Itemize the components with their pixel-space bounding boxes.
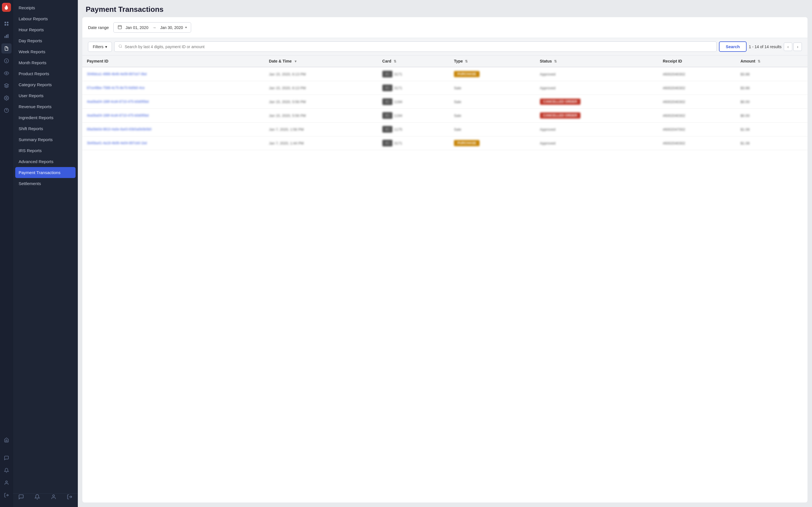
transactions-table: Payment ID Date & Time ▼ Card ⇅ Type ⇅ bbox=[82, 55, 808, 150]
col-type[interactable]: Type ⇅ bbox=[449, 55, 536, 67]
store-icon-nav[interactable] bbox=[1, 435, 11, 445]
content-area: Date range Jan 01, 2020 → Jan 30, 2020 ▾… bbox=[82, 17, 808, 503]
search-bar: Filters ▾ Search 1 - 14 of 14 results ‹ … bbox=[82, 38, 808, 55]
svg-text:$: $ bbox=[6, 60, 7, 62]
reports-icon-nav[interactable] bbox=[1, 43, 11, 54]
cell-payment-id: 4ea0ba04-188f-4cd4-8710-475-b0d0f0bd bbox=[82, 95, 264, 109]
app-logo[interactable] bbox=[2, 3, 11, 12]
bell-icon-bottom[interactable] bbox=[1, 465, 11, 475]
search-input-wrap bbox=[114, 41, 717, 52]
nav-item-category-reports[interactable]: Category Reports bbox=[13, 79, 78, 90]
svg-rect-0 bbox=[4, 22, 6, 23]
cell-status: Approved bbox=[536, 136, 658, 150]
cell-card: 3171 bbox=[378, 136, 449, 150]
dashboard-icon-nav[interactable] bbox=[1, 18, 11, 29]
nav-item-shift-reports[interactable]: Shift Reports bbox=[13, 123, 78, 134]
icon-sidebar: $ bbox=[0, 0, 13, 507]
nav-item-receipts[interactable]: Receipts bbox=[13, 2, 78, 13]
nav-item-month-reports[interactable]: Month Reports bbox=[13, 57, 78, 68]
date-range-picker[interactable]: Jan 01, 2020 → Jan 30, 2020 ▾ bbox=[113, 22, 191, 33]
table-row[interactable]: 3048dca1-4888-4b46-4e09-897cb7-0bd Jan 1… bbox=[82, 67, 808, 81]
col-card[interactable]: Card ⇅ bbox=[378, 55, 449, 67]
cell-status: CANCELLED ORDER bbox=[536, 109, 658, 122]
page-title: Payment Transactions bbox=[86, 5, 804, 14]
svg-rect-18 bbox=[118, 25, 121, 29]
user-icon-bottom[interactable] bbox=[1, 478, 11, 488]
svg-line-23 bbox=[121, 47, 122, 48]
eye-icon-nav[interactable] bbox=[1, 68, 11, 78]
cell-date: Jan 15, 2020, 6:13 PM bbox=[264, 67, 378, 81]
calendar-icon bbox=[117, 25, 122, 30]
cell-date: Jan 15, 2020, 5:56 PM bbox=[264, 109, 378, 122]
nav-item-user-reports[interactable]: User Reports bbox=[13, 90, 78, 101]
date-end: Jan 30, 2020 bbox=[160, 25, 183, 30]
nav-item-settlements[interactable]: Settlements bbox=[13, 178, 78, 189]
chat-icon-bottom[interactable] bbox=[1, 453, 11, 463]
card-chip-icon bbox=[382, 84, 393, 91]
table-row[interactable]: 89a0bb0d-9810-4a0e-8a43-83b5a0b0b0b0 Jan… bbox=[82, 122, 808, 136]
prev-page-button[interactable]: ‹ bbox=[784, 43, 792, 51]
nav-item-irs-reports[interactable]: IRS Reports bbox=[13, 145, 78, 156]
table-row[interactable]: 4ea0ba04-188f-4cd4-8710-475-b0d0f0bd Jan… bbox=[82, 95, 808, 109]
table-row[interactable]: 4ea0ba04-188f-4cd4-8710-475-b0d0f0bd Jan… bbox=[82, 109, 808, 122]
cell-payment-id: 3048dca1-4888-4b46-4e09-897cb7-0bd bbox=[82, 67, 264, 81]
cell-card: 1194 bbox=[378, 109, 449, 122]
layers-icon-nav[interactable] bbox=[1, 80, 11, 91]
nav-item-summary-reports[interactable]: Summary Reports bbox=[13, 134, 78, 145]
svg-point-16 bbox=[52, 495, 54, 497]
col-status[interactable]: Status ⇅ bbox=[536, 55, 658, 67]
cell-type: Sale bbox=[449, 109, 536, 122]
cell-receipt-id: #6002040302 bbox=[658, 67, 736, 81]
money-icon-nav[interactable]: $ bbox=[1, 56, 11, 66]
nav-item-day-reports[interactable]: Day Reports bbox=[13, 35, 78, 46]
svg-rect-1 bbox=[7, 22, 8, 23]
cell-payment-id: 67ce48be-7588-4c75-8e70-6d0b0-4ce bbox=[82, 81, 264, 95]
pagination-buttons: ‹ › bbox=[784, 43, 802, 51]
main-content: Payment Transactions Date range Jan 01, … bbox=[78, 0, 812, 507]
col-amount[interactable]: Amount ⇅ bbox=[736, 55, 808, 67]
settings-icon-nav[interactable] bbox=[1, 93, 11, 103]
search-input[interactable] bbox=[124, 45, 712, 49]
filters-chevron-icon: ▾ bbox=[105, 45, 107, 49]
card-chip-icon bbox=[382, 98, 393, 105]
table-row[interactable]: 67ce48be-7588-4c75-8e70-6d0b0-4ce Jan 15… bbox=[82, 81, 808, 95]
nav-item-advanced-reports[interactable]: Advanced Reports bbox=[13, 156, 78, 167]
sort-card-icon: ⇅ bbox=[394, 59, 396, 63]
svg-rect-31 bbox=[386, 115, 387, 116]
cell-type: PURCHASE bbox=[449, 67, 536, 81]
nav-item-ingredient-reports[interactable]: Ingredient Reports bbox=[13, 112, 78, 123]
svg-rect-28 bbox=[386, 101, 389, 103]
table-row[interactable]: 3b40ba41-4a18-4b06-4e04-897cb0-1bd Jan 7… bbox=[82, 136, 808, 150]
nav-item-revenue-reports[interactable]: Revenue Reports bbox=[13, 101, 78, 112]
page-header: Payment Transactions bbox=[78, 0, 812, 17]
svg-rect-24 bbox=[386, 73, 389, 75]
search-icon bbox=[118, 44, 122, 49]
cell-payment-id: 89a0bb0d-9810-4a0e-8a43-83b5a0b0b0b0 bbox=[82, 122, 264, 136]
search-button[interactable]: Search bbox=[719, 41, 747, 52]
cell-amount: $0.00 bbox=[736, 95, 808, 109]
nav-item-labour-reports[interactable]: Labour Reports bbox=[13, 13, 78, 24]
col-date-time[interactable]: Date & Time ▼ bbox=[264, 55, 378, 67]
card-chip-icon bbox=[382, 112, 393, 119]
nav-item-week-reports[interactable]: Week Reports bbox=[13, 46, 78, 57]
filters-button[interactable]: Filters ▾ bbox=[88, 42, 112, 52]
card-chip-icon bbox=[382, 126, 393, 133]
cell-amount: $0.00 bbox=[736, 109, 808, 122]
svg-rect-25 bbox=[386, 73, 387, 74]
cell-receipt-id: #6002040302 bbox=[658, 81, 736, 95]
nav-item-payment-transactions[interactable]: Payment Transactions bbox=[15, 167, 75, 178]
nav-item-hour-reports[interactable]: Hour Reports bbox=[13, 24, 78, 35]
nav-item-product-reports[interactable]: Product Reports bbox=[13, 68, 78, 79]
cell-type: Sale bbox=[449, 122, 536, 136]
help-icon-nav[interactable] bbox=[1, 105, 11, 115]
cell-card: 3171 bbox=[378, 67, 449, 81]
cell-status: Approved bbox=[536, 122, 658, 136]
sort-type-icon: ⇅ bbox=[465, 59, 468, 63]
cell-date: Jan 15, 2020, 6:13 PM bbox=[264, 81, 378, 95]
cell-payment-id: 4ea0ba04-188f-4cd4-8710-475-b0d0f0bd bbox=[82, 109, 264, 122]
logout-icon-bottom[interactable] bbox=[1, 490, 11, 500]
chart-icon-nav[interactable] bbox=[1, 31, 11, 41]
card-chip-icon bbox=[382, 71, 393, 77]
next-page-button[interactable]: › bbox=[794, 43, 802, 51]
svg-point-22 bbox=[119, 45, 121, 47]
